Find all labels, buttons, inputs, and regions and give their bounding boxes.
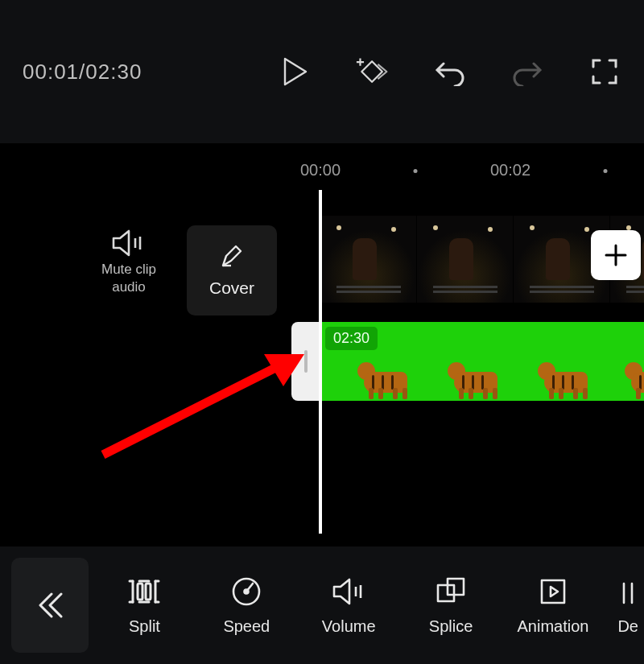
player-control-bar: 00:01/02:30 [0, 0, 644, 143]
overlay-thumbnail [448, 348, 506, 399]
tool-animation[interactable]: Animation [510, 575, 597, 636]
tool-label: Splice [429, 617, 473, 636]
tool-list: Split Speed Volume [89, 575, 644, 636]
handle-grip-icon [304, 350, 308, 373]
timeline-ruler[interactable]: 00:00 00:02 [0, 153, 644, 188]
delete-icon [622, 575, 634, 608]
cover-pencil-icon [218, 243, 246, 274]
tool-label: Split [129, 617, 160, 636]
tool-label: De [617, 617, 638, 636]
tool-split[interactable]: Split [101, 575, 188, 636]
tool-label: Animation [517, 617, 588, 636]
animation-icon [537, 575, 569, 608]
tool-volume[interactable]: Volume [306, 575, 392, 636]
tool-label: Volume [322, 617, 376, 636]
svg-rect-2 [138, 584, 142, 600]
clip-duration-badge: 02:30 [325, 327, 378, 350]
mute-icon [111, 225, 147, 261]
split-icon [128, 575, 160, 608]
overlay-clip[interactable]: 02:30 [320, 322, 644, 401]
timeline-left-tools: Mute clip audio Cover [89, 225, 290, 316]
overlay-thumbnail [538, 348, 596, 399]
play-button[interactable] [279, 55, 312, 89]
volume-icon [331, 575, 366, 608]
tool-delete[interactable]: De [612, 575, 644, 636]
plus-icon [602, 241, 630, 269]
fullscreen-button[interactable] [588, 55, 621, 89]
clip-trim-handle-left[interactable] [291, 322, 320, 401]
overlay-thumbnail [625, 348, 644, 399]
svg-rect-7 [448, 579, 464, 595]
speed-icon [230, 575, 262, 608]
mute-clip-audio-button[interactable]: Mute clip audio [89, 225, 169, 296]
undo-button[interactable] [433, 55, 467, 89]
clip-thumbnail [320, 216, 417, 303]
chevron-left-double-icon [32, 588, 68, 623]
topbar-actions [279, 55, 621, 89]
playhead[interactable] [319, 190, 322, 534]
add-clip-button[interactable] [591, 230, 641, 280]
svg-point-5 [245, 589, 249, 593]
redo-button[interactable] [510, 55, 544, 89]
ruler-tick: 00:02 [490, 161, 530, 179]
total-time: 02:30 [85, 60, 142, 84]
set-cover-button[interactable]: Cover [187, 225, 277, 316]
timecode: 00:01/02:30 [23, 60, 142, 85]
cover-label: Cover [209, 278, 254, 298]
overlay-thumbnail [357, 348, 415, 399]
tool-speed[interactable]: Speed [204, 575, 290, 636]
svg-rect-3 [146, 584, 151, 600]
ruler-tick: 00:00 [300, 161, 341, 179]
annotation-arrow [87, 314, 320, 467]
svg-line-0 [103, 362, 287, 455]
ruler-dot [414, 169, 418, 173]
overlay-track[interactable]: 02:30 [291, 322, 644, 401]
edit-toolbar: Split Speed Volume [0, 546, 644, 664]
mute-label-line1: Mute clip [101, 261, 156, 278]
add-keyframe-button[interactable] [356, 55, 390, 89]
clip-thumbnail [417, 216, 514, 303]
tool-label: Speed [223, 617, 270, 636]
back-button[interactable] [11, 558, 89, 653]
tool-splice[interactable]: Splice [408, 575, 494, 636]
svg-rect-6 [438, 585, 454, 601]
ruler-dot [604, 169, 608, 173]
mute-label-line2: audio [112, 278, 146, 296]
svg-rect-8 [542, 580, 564, 603]
current-time: 00:01 [23, 60, 79, 84]
splice-icon [435, 575, 467, 608]
